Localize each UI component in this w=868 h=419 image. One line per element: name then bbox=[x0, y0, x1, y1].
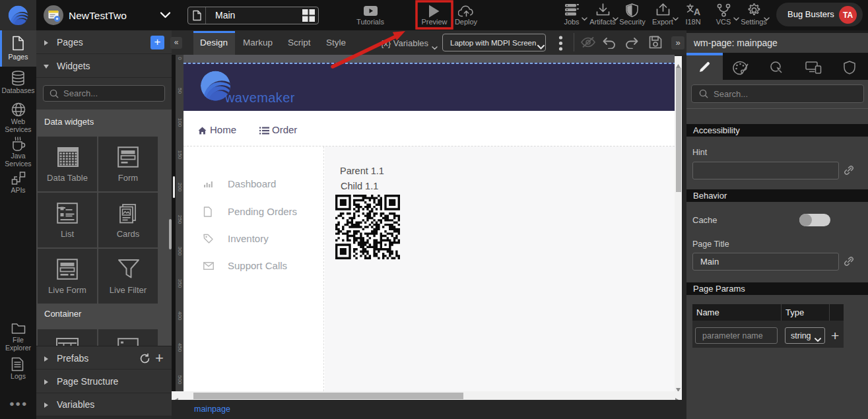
svg-text:A: A bbox=[694, 7, 700, 16]
